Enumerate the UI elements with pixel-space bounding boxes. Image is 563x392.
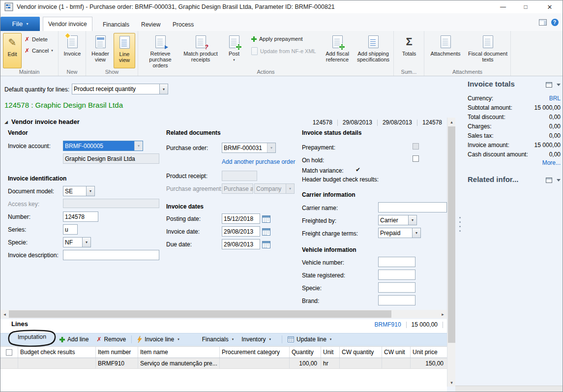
vertical-scrollbar-thumb[interactable] bbox=[448, 126, 455, 343]
collapse-chevron-icon[interactable] bbox=[557, 84, 561, 86]
add-purchase-order-link[interactable]: Add another purchase order bbox=[222, 158, 295, 165]
maximize-button[interactable]: □ bbox=[514, 0, 537, 13]
column-header-cw-unit[interactable]: CW unit bbox=[382, 347, 411, 358]
invoice-date-field[interactable]: 29/08/2013 bbox=[222, 226, 260, 237]
item-name-cell: Serviço de manutenção pre... bbox=[138, 358, 220, 368]
column-header-cw-quantity[interactable]: CW quantity bbox=[340, 347, 382, 358]
select-all-checkbox[interactable] bbox=[6, 349, 12, 356]
document-model-field[interactable]: SE ▾ bbox=[63, 186, 95, 196]
purchase-order-field[interactable]: BRMF-000031 ▾ bbox=[222, 143, 276, 153]
match-product-receipts-button[interactable]: ? Match product receipts bbox=[181, 33, 220, 68]
on-hold-checkbox[interactable] bbox=[413, 155, 419, 162]
edit-button[interactable]: ✎ Edit bbox=[3, 33, 22, 68]
purchase-agreement-label: Purchase agreement: bbox=[166, 185, 223, 192]
invoice-totals-title: Invoice totals bbox=[468, 80, 515, 88]
cancel-button[interactable]: ✗ Cancel ▾ bbox=[25, 47, 53, 54]
post-button[interactable]: Post ▾ bbox=[223, 33, 245, 68]
chevron-down-icon[interactable]: ▾ bbox=[412, 228, 420, 238]
popout-icon[interactable] bbox=[546, 178, 552, 183]
column-header-quantity[interactable]: Quantity bbox=[290, 347, 321, 358]
help-icon[interactable]: ? bbox=[550, 18, 560, 27]
invoice-description-field[interactable] bbox=[63, 250, 159, 260]
chevron-down-icon: ▾ bbox=[286, 184, 294, 193]
tab-process[interactable]: Process bbox=[168, 19, 199, 30]
inventory-menu-button[interactable]: Inventory ▾ bbox=[237, 333, 275, 345]
select-all-cell[interactable] bbox=[0, 347, 18, 358]
invoice-account-field[interactable]: BRMF-000005 ▾ bbox=[63, 141, 143, 151]
panel-splitter[interactable] bbox=[459, 217, 461, 234]
new-invoice-button[interactable]: Invoice bbox=[61, 33, 83, 68]
chevron-down-icon[interactable]: ▾ bbox=[86, 186, 94, 196]
apply-prepayment-button[interactable]: Apply prepayment bbox=[251, 36, 303, 42]
collapse-chevron-icon[interactable] bbox=[557, 179, 561, 181]
carrier-name-field[interactable] bbox=[378, 202, 447, 212]
add-fiscal-reference-button[interactable]: Add fiscal reference bbox=[323, 33, 352, 68]
tab-vendor-invoice[interactable]: Vendor invoice bbox=[43, 17, 92, 31]
column-header-item-name[interactable]: Item name bbox=[138, 347, 220, 358]
freighted-by-field[interactable]: Carrier ▾ bbox=[378, 215, 417, 225]
invoice-line-menu-button[interactable]: Invoice line ▾ bbox=[133, 333, 183, 345]
fiscal-document-texts-button[interactable]: Fiscal document texts bbox=[467, 33, 509, 68]
due-date-field[interactable]: 29/08/2013 bbox=[222, 239, 260, 249]
new-invoice-icon bbox=[67, 35, 78, 48]
attachments-button[interactable]: Attachments bbox=[426, 33, 465, 68]
series-field[interactable]: u bbox=[63, 224, 78, 235]
header-view-button[interactable]: Header view bbox=[89, 33, 112, 68]
pencil-icon: ✎ bbox=[8, 39, 17, 45]
popout-icon[interactable] bbox=[546, 82, 552, 88]
lines-summary-item[interactable]: BRMF910 bbox=[375, 321, 401, 328]
calendar-icon[interactable] bbox=[261, 227, 271, 236]
column-header-item-number[interactable]: Item number bbox=[96, 347, 138, 358]
chevron-down-icon[interactable]: ▾ bbox=[159, 84, 168, 94]
collapse-triangle-icon[interactable]: ◢ bbox=[4, 120, 8, 124]
number-field[interactable]: 124578 bbox=[63, 211, 98, 222]
default-quantity-value: Product receipt quantity bbox=[72, 84, 159, 94]
chevron-down-icon[interactable]: ▾ bbox=[82, 238, 90, 247]
scroll-right-arrow[interactable]: ▸ bbox=[439, 310, 447, 318]
delete-button[interactable]: ✗ Delete bbox=[25, 36, 48, 43]
column-header-budget-check-results[interactable]: Budget check results bbox=[18, 347, 96, 358]
column-header-unit[interactable]: Unit bbox=[321, 347, 340, 358]
tab-review[interactable]: Review bbox=[136, 19, 165, 30]
nfe-xml-icon bbox=[251, 47, 258, 55]
specie-field[interactable]: NF ▾ bbox=[63, 237, 91, 247]
invoice-status-group-title: Invoice status details bbox=[302, 129, 361, 136]
vertical-scrollbar[interactable]: ▴ ▾ bbox=[447, 118, 455, 387]
posting-date-field[interactable]: 15/12/2018 bbox=[222, 213, 260, 224]
header-view-icon bbox=[95, 35, 106, 48]
remove-line-button[interactable]: ✗ Remove bbox=[92, 333, 130, 345]
state-registered-field[interactable] bbox=[378, 270, 415, 280]
layout-icon[interactable] bbox=[538, 18, 548, 27]
vehicle-number-field[interactable] bbox=[378, 257, 415, 267]
add-shipping-specifications-button[interactable]: Add shipping specifications bbox=[355, 33, 392, 68]
column-header-unit-price[interactable]: Unit price bbox=[411, 347, 447, 358]
budget-check-results-cell bbox=[18, 358, 96, 368]
scroll-up-arrow[interactable]: ▴ bbox=[447, 118, 456, 126]
calendar-icon[interactable] bbox=[261, 214, 271, 223]
scroll-left-arrow[interactable]: ◂ bbox=[0, 310, 9, 318]
totals-button[interactable]: Σ Totals bbox=[397, 33, 421, 68]
retrieve-purchase-orders-button[interactable]: Retrieve purchase orders bbox=[142, 33, 178, 68]
horizontal-scrollbar[interactable]: ◂ ▸ bbox=[0, 310, 447, 318]
scroll-down-arrow[interactable]: ▾ bbox=[447, 378, 456, 387]
freight-charge-terms-field[interactable]: Prepaid ▾ bbox=[378, 228, 421, 238]
update-line-menu-button[interactable]: Update line ▾ bbox=[284, 333, 335, 345]
horizontal-scrollbar-thumb[interactable] bbox=[9, 310, 391, 318]
column-header-procurement-category[interactable]: Procurement category bbox=[220, 347, 290, 358]
brand-field[interactable] bbox=[378, 295, 415, 305]
financials-menu-button[interactable]: Financials ▾ bbox=[198, 333, 238, 345]
vehicle-specie-field[interactable] bbox=[378, 282, 415, 293]
chevron-down-icon[interactable]: ▾ bbox=[408, 215, 416, 225]
line-row[interactable]: BRMF910 Serviço de manutenção pre... 100… bbox=[0, 358, 447, 369]
totals-row-charges: Charges: 0,00 bbox=[468, 121, 561, 131]
default-quantity-combobox[interactable]: Product receipt quantity ▾ bbox=[72, 84, 168, 94]
tab-financials[interactable]: Financials bbox=[98, 19, 134, 30]
more-link[interactable]: More... bbox=[542, 159, 561, 166]
close-button[interactable]: ✕ bbox=[537, 0, 563, 13]
add-line-button[interactable]: Add line bbox=[56, 333, 92, 345]
calendar-icon[interactable] bbox=[261, 240, 271, 249]
match-product-receipts-icon: ? bbox=[196, 35, 206, 48]
file-menu-button[interactable]: File ▾ bbox=[0, 17, 40, 31]
minimize-button[interactable]: — bbox=[492, 0, 514, 13]
line-view-button[interactable]: Line view bbox=[114, 33, 135, 68]
